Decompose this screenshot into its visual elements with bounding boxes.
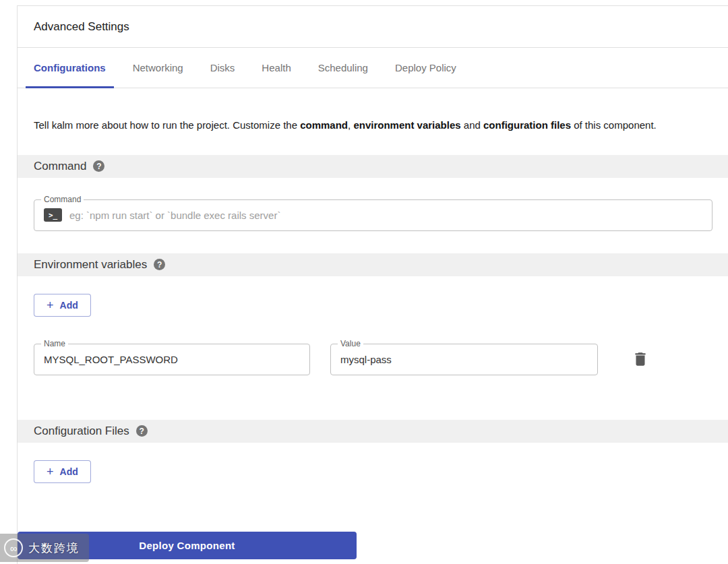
description-bold-env-vars: environment variables bbox=[353, 119, 460, 131]
config-files-section-title: Configuration Files bbox=[34, 425, 129, 438]
delete-icon bbox=[632, 350, 649, 368]
config-files-section-header: Configuration Files ? bbox=[18, 420, 728, 443]
add-env-variable-label: Add bbox=[60, 300, 78, 311]
tab-configurations[interactable]: Configurations bbox=[26, 48, 114, 88]
add-config-file-button[interactable]: + Add bbox=[34, 460, 91, 483]
tab-networking[interactable]: Networking bbox=[125, 48, 191, 88]
command-field-label: Command bbox=[41, 195, 84, 204]
tab-configurations-label: Configurations bbox=[34, 62, 106, 73]
env-variables-help-icon[interactable]: ? bbox=[154, 259, 165, 270]
env-value-field-label: Value bbox=[338, 340, 363, 348]
description-text: Tell kalm more about how to run the proj… bbox=[34, 119, 300, 131]
watermark-text: 大数跨境 bbox=[28, 540, 80, 556]
tab-networking-label: Networking bbox=[133, 62, 183, 73]
plus-icon: + bbox=[47, 299, 54, 311]
tab-health-label: Health bbox=[262, 62, 291, 73]
command-section-title: Command bbox=[34, 160, 86, 173]
command-input[interactable] bbox=[69, 210, 702, 221]
command-section-header: Command ? bbox=[18, 155, 728, 178]
plus-icon: + bbox=[47, 466, 54, 478]
advanced-settings-panel: Advanced Settings Configurations Network… bbox=[17, 5, 728, 564]
component-description: Tell kalm more about how to run the proj… bbox=[34, 118, 701, 133]
tab-health[interactable]: Health bbox=[253, 48, 299, 88]
delete-env-variable-button[interactable] bbox=[629, 348, 652, 371]
env-variables-section-title: Environment variables bbox=[34, 258, 147, 272]
env-name-input[interactable] bbox=[44, 354, 300, 365]
tab-deploy-policy-label: Deploy Policy bbox=[395, 62, 456, 73]
add-config-file-label: Add bbox=[60, 466, 78, 477]
description-bold-config-files: configuration files bbox=[483, 119, 571, 131]
tab-disks[interactable]: Disks bbox=[202, 48, 243, 88]
tab-scheduling[interactable]: Scheduling bbox=[310, 48, 376, 88]
env-value-field[interactable]: Value bbox=[330, 344, 598, 375]
config-files-help-icon[interactable]: ? bbox=[136, 425, 148, 437]
command-help-icon[interactable]: ? bbox=[93, 160, 104, 172]
env-name-field-label: Name bbox=[41, 340, 68, 348]
add-env-variable-button[interactable]: + Add bbox=[34, 294, 91, 317]
env-variables-section-header: Environment variables ? bbox=[18, 253, 728, 276]
tab-bar: Configurations Networking Disks Health S… bbox=[18, 48, 728, 88]
description-bold-command: command bbox=[300, 119, 348, 131]
watermark-logo-icon: ∞ bbox=[4, 538, 23, 557]
watermark: ∞ 大数跨境 bbox=[0, 534, 89, 562]
tab-deploy-policy[interactable]: Deploy Policy bbox=[387, 48, 464, 88]
env-value-input[interactable] bbox=[340, 354, 588, 365]
tab-scheduling-label: Scheduling bbox=[318, 62, 368, 73]
env-variable-row: Name Value bbox=[34, 344, 712, 375]
env-name-field[interactable]: Name bbox=[34, 344, 310, 375]
tab-disks-label: Disks bbox=[210, 62, 235, 73]
command-field[interactable]: Command >_ bbox=[34, 199, 712, 231]
terminal-icon: >_ bbox=[44, 208, 62, 222]
panel-title: Advanced Settings bbox=[18, 6, 728, 48]
